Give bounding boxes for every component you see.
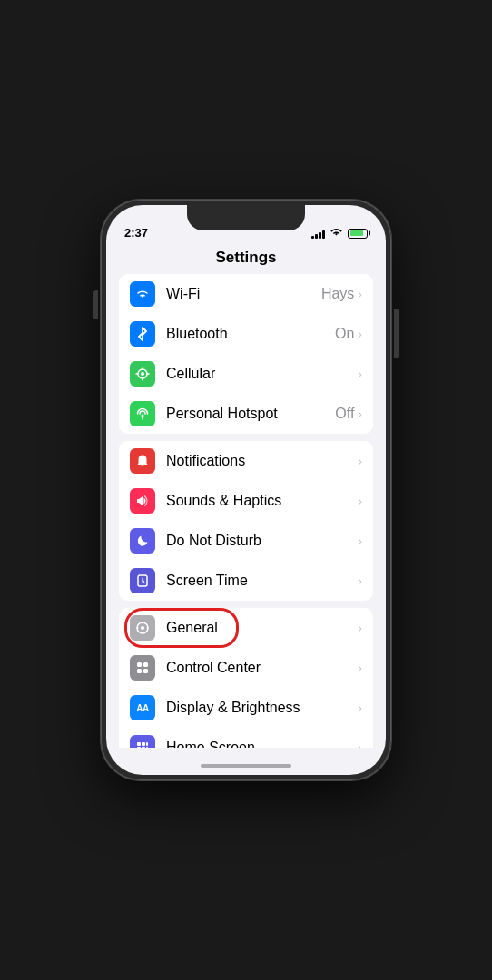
- controlcenter-item[interactable]: Control Center ›: [119, 648, 373, 688]
- system2-section: General › Control Center: [119, 608, 373, 748]
- display-chevron: ›: [358, 701, 362, 715]
- bluetooth-value: On: [335, 326, 354, 342]
- system1-section: Notifications › Sounds & Haptics: [119, 441, 373, 601]
- status-time: 2:37: [124, 226, 148, 240]
- screentime-content: Screen Time ›: [166, 573, 362, 589]
- controlcenter-chevron: ›: [358, 661, 362, 675]
- display-content: Display & Brightness ›: [166, 700, 362, 716]
- hotspot-chevron: ›: [358, 407, 362, 421]
- home-indicator: [201, 764, 291, 768]
- cellular-label: Cellular: [166, 366, 215, 382]
- svg-rect-17: [137, 747, 141, 748]
- wifi-status-icon: [330, 227, 343, 240]
- svg-point-1: [141, 372, 144, 376]
- sounds-label: Sounds & Haptics: [166, 493, 281, 509]
- svg-point-7: [142, 632, 143, 634]
- wifi-right: Hays ›: [321, 286, 362, 302]
- svg-rect-12: [137, 669, 142, 673]
- svg-rect-10: [137, 662, 142, 667]
- wifi-value: Hays: [321, 286, 354, 302]
- battery-icon: [348, 229, 368, 239]
- svg-rect-15: [142, 742, 145, 746]
- svg-rect-14: [137, 742, 141, 746]
- homescreen-chevron: ›: [358, 740, 362, 748]
- cellular-chevron: ›: [358, 367, 362, 381]
- sounds-content: Sounds & Haptics ›: [166, 493, 362, 509]
- hotspot-item[interactable]: Personal Hotspot Off ›: [119, 394, 373, 434]
- svg-rect-18: [142, 747, 145, 748]
- display-icon: AA: [130, 695, 155, 720]
- homescreen-content: Home Screen ›: [166, 740, 362, 748]
- sounds-chevron: ›: [358, 494, 362, 508]
- general-icon: [130, 615, 155, 641]
- notifications-icon: [130, 448, 155, 474]
- general-chevron: ›: [358, 621, 362, 635]
- svg-rect-16: [146, 742, 148, 746]
- screentime-chevron: ›: [358, 573, 362, 588]
- cellular-right: ›: [358, 367, 362, 381]
- cellular-item[interactable]: Cellular ›: [119, 354, 373, 394]
- notifications-content: Notifications ›: [166, 453, 362, 469]
- homescreen-icon: [130, 735, 155, 748]
- bluetooth-icon: [130, 321, 155, 347]
- status-icons: [311, 227, 368, 240]
- wifi-label: Wi-Fi: [166, 286, 200, 302]
- hotspot-label: Personal Hotspot: [166, 406, 278, 422]
- svg-point-9: [147, 627, 149, 629]
- wifi-chevron: ›: [358, 287, 362, 301]
- donotdisturb-item[interactable]: Do Not Disturb ›: [119, 521, 373, 561]
- hotspot-content: Personal Hotspot Off ›: [166, 406, 362, 422]
- hotspot-right: Off ›: [335, 406, 362, 422]
- bluetooth-label: Bluetooth: [166, 326, 228, 342]
- phone-screen: 2:37: [106, 205, 386, 775]
- wifi-item[interactable]: Wi-Fi Hays ›: [119, 274, 373, 314]
- display-item[interactable]: AA Display & Brightness ›: [119, 688, 373, 728]
- display-label: Display & Brightness: [166, 700, 300, 716]
- donotdisturb-chevron: ›: [358, 534, 362, 548]
- svg-rect-19: [146, 747, 148, 748]
- homescreen-label: Home Screen: [166, 740, 255, 748]
- notifications-item[interactable]: Notifications ›: [119, 441, 373, 481]
- connectivity-section: Wi-Fi Hays › Bluetooth: [119, 274, 373, 434]
- svg-rect-11: [143, 662, 148, 667]
- homescreen-item[interactable]: Home Screen ›: [119, 728, 373, 748]
- bluetooth-item[interactable]: Bluetooth On ›: [119, 314, 373, 354]
- general-label: General: [166, 620, 218, 636]
- sounds-item[interactable]: Sounds & Haptics ›: [119, 481, 373, 521]
- notifications-chevron: ›: [358, 454, 362, 468]
- controlcenter-icon: [130, 655, 155, 681]
- hotspot-icon: [130, 401, 155, 426]
- settings-list[interactable]: Wi-Fi Hays › Bluetooth: [106, 274, 386, 748]
- bluetooth-chevron: ›: [358, 327, 362, 341]
- cellular-icon: [130, 361, 155, 387]
- signal-bars-icon: [311, 229, 325, 239]
- sounds-icon: [130, 488, 155, 514]
- notch: [187, 205, 305, 230]
- hotspot-value: Off: [335, 406, 354, 422]
- screentime-label: Screen Time: [166, 573, 248, 589]
- screentime-icon: [130, 568, 155, 593]
- svg-point-8: [137, 627, 139, 629]
- screentime-item[interactable]: Screen Time ›: [119, 561, 373, 601]
- donotdisturb-content: Do Not Disturb ›: [166, 533, 362, 549]
- bluetooth-content: Bluetooth On ›: [166, 326, 362, 342]
- wifi-content: Wi-Fi Hays ›: [166, 286, 362, 302]
- cellular-content: Cellular ›: [166, 366, 362, 382]
- svg-rect-13: [143, 669, 148, 673]
- controlcenter-label: Control Center: [166, 660, 261, 676]
- controlcenter-content: Control Center ›: [166, 660, 362, 676]
- svg-point-6: [142, 622, 143, 624]
- donotdisturb-icon: [130, 528, 155, 554]
- notifications-label: Notifications: [166, 453, 245, 469]
- donotdisturb-label: Do Not Disturb: [166, 533, 261, 549]
- phone-frame: 2:37: [101, 200, 391, 780]
- page-title: Settings: [106, 245, 386, 274]
- wifi-icon: [130, 281, 155, 307]
- general-content: General ›: [166, 620, 362, 636]
- svg-point-5: [141, 626, 144, 630]
- bluetooth-right: On ›: [335, 326, 362, 342]
- general-item[interactable]: General ›: [119, 608, 373, 648]
